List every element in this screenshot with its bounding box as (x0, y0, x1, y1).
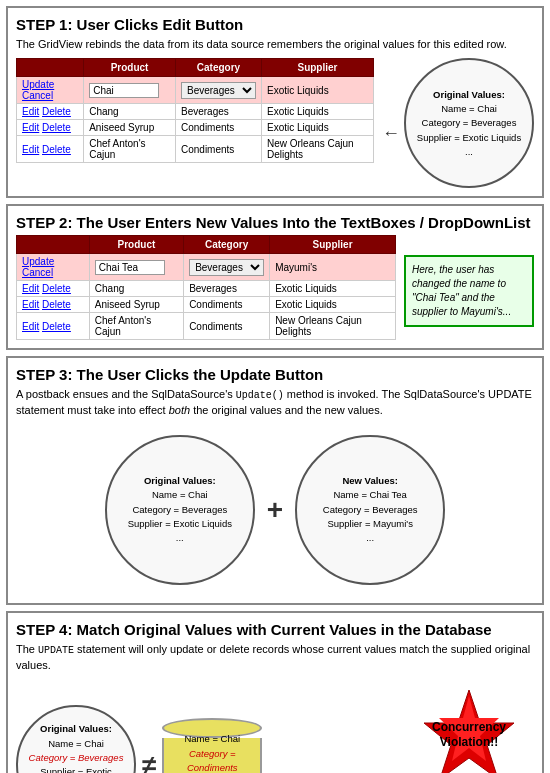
row3-category: Condiments (175, 136, 261, 163)
col-actions-header (17, 59, 84, 77)
row3-actions: Edit Delete (17, 136, 84, 163)
bubble-title: Original Values: (433, 89, 505, 100)
step4-content: Original Values: Name = Chai Category = … (16, 679, 534, 773)
step2-section: STEP 2: The User Enters New Values Into … (6, 204, 544, 350)
s2-row2-actions: Edit Delete (17, 297, 90, 313)
s3-orig-ellipsis: ... (176, 532, 184, 543)
bubble-content: Original Values: Name = Chai Category = … (417, 88, 521, 159)
step3-content: Original Values: Name = Chai Category = … (16, 425, 534, 595)
s2-update-link[interactable]: Update (22, 256, 54, 267)
s3-orig-line2: Category = Beverages (132, 504, 227, 515)
delete-link-2[interactable]: Delete (42, 122, 71, 133)
step4-left: Original Values: Name = Chai Category = … (16, 705, 262, 773)
s2-edit-supplier: Mayumi's (270, 254, 396, 281)
s2-edit-link-2[interactable]: Edit (22, 299, 39, 310)
s2-row3-product: Chef Anton's Cajun (89, 313, 183, 340)
update-code: Update() (236, 390, 284, 401)
s2-row3-category: Condiments (184, 313, 270, 340)
edit-row-product (84, 77, 176, 104)
s2-col-product: Product (89, 236, 183, 254)
cylinder-body: Name = Chai Category = Condiments Suppli… (162, 738, 262, 773)
s3-orig-line1: Name = Chai (152, 489, 208, 500)
step1-description: The GridView rebinds the data from its d… (16, 37, 534, 52)
table-row: Edit Delete Chef Anton's Cajun Condiment… (17, 136, 374, 163)
s2-row1-actions: Edit Delete (17, 281, 90, 297)
s2-product-input[interactable] (95, 260, 165, 275)
edit-link-3[interactable]: Edit (22, 144, 39, 155)
s2-category-select[interactable]: Beverages (189, 259, 264, 276)
edit-row-actions: Update Cancel (17, 77, 84, 104)
step1-section: STEP 1: User Clicks Edit Button The Grid… (6, 6, 544, 198)
s2-row2-category: Condiments (184, 297, 270, 313)
arrow-bubble-wrap: ← Original Values: Name = Chai Category … (382, 58, 534, 188)
row1-supplier: Exotic Liquids (261, 104, 373, 120)
step1-title: STEP 1: User Clicks Edit Button (16, 16, 534, 33)
row2-actions: Edit Delete (17, 120, 84, 136)
bubble-line3: Supplier = Exotic Liquids (417, 132, 521, 143)
update-link[interactable]: Update (22, 79, 54, 90)
step3-original-text: Original Values: Name = Chai Category = … (128, 474, 232, 545)
bubble-ellipsis: ... (465, 146, 473, 157)
s3-new-line2: Category = Beverages (323, 504, 418, 515)
s3-new-ellipsis: ... (366, 532, 374, 543)
table-row: Edit Delete Aniseed Syrup Condiments Exo… (17, 120, 374, 136)
s2-delete-link-3[interactable]: Delete (42, 321, 71, 332)
s2-col-supplier: Supplier (270, 236, 396, 254)
s2-edit-actions: Update Cancel (17, 254, 90, 281)
s4-orig-line1: Name = Chai (48, 738, 104, 749)
bubble-line2: Category = Beverages (422, 117, 517, 128)
row2-supplier: Exotic Liquids (261, 120, 373, 136)
delete-link-1[interactable]: Delete (42, 106, 71, 117)
db-line2: Category = Condiments (187, 748, 238, 773)
update-code-s4: UPDATE (38, 645, 74, 656)
step3-description: A postback ensues and the SqlDataSource'… (16, 387, 534, 418)
col-category-header: Category (175, 59, 261, 77)
col-product-header: Product (84, 59, 176, 77)
db-line1: Name = Chai (184, 733, 240, 744)
step1-original-bubble: Original Values: Name = Chai Category = … (404, 58, 534, 188)
row2-category: Condiments (175, 120, 261, 136)
concurrency-star: Concurrency Violation!! (414, 685, 524, 773)
s2-edit-link-3[interactable]: Edit (22, 321, 39, 332)
cancel-link[interactable]: Cancel (22, 90, 53, 101)
row1-category: Beverages (175, 104, 261, 120)
step1-grid-table: Product Category Supplier Update Cancel (16, 58, 374, 163)
s2-delete-link-1[interactable]: Delete (42, 283, 71, 294)
s4-orig-line3: Supplier = Exotic Liquids (40, 766, 112, 773)
step3-original-circle: Original Values: Name = Chai Category = … (105, 435, 255, 585)
step2-title: STEP 2: The User Enters New Values Into … (16, 214, 534, 231)
s2-delete-link-2[interactable]: Delete (42, 299, 71, 310)
s2-col-category: Category (184, 236, 270, 254)
step3-section: STEP 3: The User Clicks the Update Butto… (6, 356, 544, 604)
arrow-icon: ← (382, 123, 400, 144)
category-select[interactable]: Beverages (181, 82, 256, 99)
edit-link-2[interactable]: Edit (22, 122, 39, 133)
step2-content: Product Category Supplier Update Cancel (16, 235, 534, 340)
bubble-line1: Name = Chai (441, 103, 497, 114)
step3-new-text: New Values: Name = Chai Tea Category = B… (323, 474, 418, 545)
s2-table-row: Edit Delete Aniseed Syrup Condiments Exo… (17, 297, 396, 313)
col-supplier-header: Supplier (261, 59, 373, 77)
edit-link-1[interactable]: Edit (22, 106, 39, 117)
table-row-edit: Update Cancel Beverages Exotic L (17, 77, 374, 104)
s2-cancel-link[interactable]: Cancel (22, 267, 53, 278)
step3-new-circle: New Values: Name = Chai Tea Category = B… (295, 435, 445, 585)
row3-supplier: New Orleans Cajun Delights (261, 136, 373, 163)
product-input[interactable] (89, 83, 159, 98)
s2-edit-link-1[interactable]: Edit (22, 283, 39, 294)
step4-orig-text: Original Values: Name = Chai Category = … (28, 722, 124, 773)
s3-new-title: New Values: (342, 475, 397, 486)
edit-row-supplier: Exotic Liquids (261, 77, 373, 104)
step4-original-bubble: Original Values: Name = Chai Category = … (16, 705, 136, 773)
neq-icon: ≠ (142, 750, 156, 773)
s4-orig-line2: Category = Beverages (29, 752, 124, 763)
s2-table-row: Edit Delete Chef Anton's Cajun Condiment… (17, 313, 396, 340)
s2-row3-actions: Edit Delete (17, 313, 90, 340)
s2-row3-supplier: New Orleans Cajun Delights (270, 313, 396, 340)
delete-link-3[interactable]: Delete (42, 144, 71, 155)
s2-row2-product: Aniseed Syrup (89, 297, 183, 313)
step3-title: STEP 3: The User Clicks the Update Butto… (16, 366, 534, 383)
concurrency-label: Concurrency Violation!! (414, 720, 524, 751)
step1-content: Product Category Supplier Update Cancel (16, 58, 534, 188)
s3-orig-title: Original Values: (144, 475, 216, 486)
